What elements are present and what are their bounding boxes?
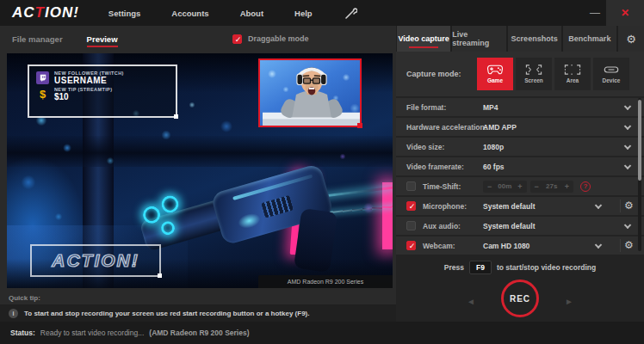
- video-size-row[interactable]: Video size: 1080p: [396, 138, 644, 156]
- action-watermark[interactable]: ACTION!: [30, 244, 161, 277]
- settings-gear-icon[interactable]: ⚙: [618, 26, 644, 52]
- neon-light: [382, 182, 393, 249]
- tab-file-manager[interactable]: File manager: [12, 29, 63, 49]
- menu-settings[interactable]: Settings: [108, 9, 140, 18]
- aux-audio-label: Aux audio:: [423, 222, 461, 230]
- title-bar: ACTION! Settings Accounts About Help — ✕: [0, 0, 644, 26]
- video-size-label: Video size:: [406, 143, 444, 151]
- draggable-mode-label: Draggable mode: [248, 34, 309, 43]
- hotkey-post: to start/stop video recording: [497, 263, 596, 272]
- video-framerate-label: Video framerate:: [406, 163, 464, 171]
- video-framerate-row[interactable]: Video framerate: 60 fps: [396, 157, 644, 175]
- capture-mode-game[interactable]: Game: [477, 58, 513, 90]
- capture-mode-area[interactable]: Area: [554, 58, 591, 90]
- microphone-label: Microphone:: [423, 202, 467, 211]
- status-text: Ready to start video recording...: [40, 329, 144, 337]
- tip-alert: $ NEW TIP (STREAMTIP) $10: [36, 87, 169, 101]
- capture-mode-label: Capture mode:: [406, 70, 477, 78]
- rec-button[interactable]: REC: [501, 280, 539, 317]
- watermark-text: ACTION!: [52, 250, 139, 271]
- microphone-row: Microphone: System default ⚙: [396, 197, 644, 215]
- chevron-down-icon[interactable]: [624, 142, 631, 149]
- logo-part: ION!: [45, 4, 79, 21]
- time-shift-row: Time-Shift: − 00m + − 27s + ?: [396, 177, 644, 195]
- gamepad-icon: [486, 64, 504, 75]
- video-capture-panel: Capture mode: Game Screen Area Device: [396, 52, 644, 322]
- wrench-icon[interactable]: [344, 7, 357, 21]
- menu-about[interactable]: About: [240, 9, 263, 18]
- hotkey-pre: Press: [444, 263, 464, 272]
- webcam-gear-icon[interactable]: ⚙: [620, 239, 637, 252]
- status-label: Status:: [10, 329, 35, 337]
- tab-screenshots[interactable]: Screenshots: [508, 26, 561, 52]
- microphone-value: System default: [483, 202, 535, 211]
- gpu-label: AMD Radeon R9 200 Series: [258, 275, 393, 288]
- hardware-acceleration-row[interactable]: Hardware acceleration: AMD APP: [396, 118, 644, 136]
- menu-help[interactable]: Help: [294, 9, 313, 18]
- chevron-down-icon[interactable]: [595, 241, 602, 248]
- scrollbar-thumb[interactable]: [638, 100, 641, 181]
- file-format-row[interactable]: File format: MP4: [396, 98, 644, 116]
- capture-mode-device[interactable]: Device: [593, 58, 629, 90]
- plus-button[interactable]: +: [565, 182, 569, 191]
- draggable-mode-checkbox[interactable]: [232, 34, 242, 44]
- aux-audio-row: Aux audio: System default: [396, 217, 644, 235]
- close-button[interactable]: ✕: [606, 0, 644, 26]
- draggable-mode-toggle[interactable]: Draggable mode: [232, 26, 396, 52]
- prev-arrow-icon[interactable]: ◄: [467, 297, 475, 306]
- webcam-feed: [260, 60, 360, 126]
- aux-audio-checkbox[interactable]: [406, 221, 416, 230]
- time-shift-checkbox[interactable]: [406, 181, 416, 191]
- time-shift-minutes-value: 00m: [496, 182, 513, 190]
- chevron-down-icon[interactable]: [595, 201, 602, 208]
- plus-button[interactable]: +: [517, 182, 522, 191]
- quick-tip-text: To start and stop recording your screen …: [24, 310, 309, 317]
- chevron-down-icon[interactable]: [624, 102, 631, 109]
- preview-area: NEW FOLLOWER (TWITCH) USERNAME $ NEW TIP…: [0, 52, 396, 322]
- panel-scrollbar[interactable]: [638, 98, 641, 251]
- file-format-value: MP4: [483, 103, 498, 112]
- stream-alerts-overlay[interactable]: NEW FOLLOWER (TWITCH) USERNAME $ NEW TIP…: [28, 64, 177, 118]
- preview-tabs: File manager Preview: [0, 26, 232, 52]
- follower-name: USERNAME: [54, 76, 124, 85]
- chevron-down-icon[interactable]: [624, 221, 631, 228]
- twitch-icon: [36, 71, 49, 84]
- webcam-checkbox[interactable]: [406, 241, 416, 250]
- webcam-resize-handle[interactable]: [357, 123, 362, 128]
- capture-mode-screen[interactable]: Screen: [516, 58, 552, 90]
- quick-tip-row: i To start and stop recording your scree…: [0, 304, 396, 322]
- chevron-down-icon[interactable]: [624, 162, 631, 169]
- microphone-checkbox[interactable]: [406, 201, 416, 211]
- watermark-resize-handle[interactable]: [158, 273, 162, 278]
- logo-part-red: T: [35, 4, 45, 21]
- action-app-window: ACTION! Settings Accounts About Help — ✕…: [0, 0, 644, 344]
- chevron-down-icon[interactable]: [624, 122, 631, 129]
- time-shift-minutes: − 00m +: [483, 181, 527, 193]
- minus-button[interactable]: −: [487, 182, 492, 191]
- microphone-gear-icon[interactable]: ⚙: [620, 200, 637, 212]
- overlay-resize-handle[interactable]: [174, 114, 178, 119]
- video-framerate-value: 60 fps: [483, 163, 505, 171]
- tab-preview[interactable]: Preview: [87, 29, 118, 49]
- tab-benchmark[interactable]: Benchmark: [563, 26, 616, 52]
- sub-bar: File manager Preview Draggable mode Vide…: [0, 26, 644, 52]
- hotkey-key: F9: [469, 261, 492, 274]
- tab-video-capture[interactable]: Video capture: [397, 26, 450, 52]
- help-icon[interactable]: ?: [580, 181, 591, 192]
- webcam-row: Webcam: Cam HD 1080 ⚙: [396, 236, 644, 255]
- app-logo: ACTION!: [12, 4, 79, 22]
- aux-audio-value: System default: [483, 222, 535, 230]
- time-shift-seconds-value: 27s: [543, 182, 560, 190]
- tab-live-streaming[interactable]: Live streaming: [452, 26, 505, 52]
- status-bar: Status: Ready to start video recording..…: [0, 322, 644, 344]
- screen-icon: [525, 64, 542, 75]
- menu-accounts[interactable]: Accounts: [171, 9, 208, 18]
- webcam-overlay[interactable]: [258, 58, 362, 127]
- next-arrow-icon[interactable]: ►: [565, 297, 573, 306]
- record-area: ◄ REC ►: [396, 279, 644, 322]
- minus-button[interactable]: −: [535, 182, 539, 191]
- status-gpu: (AMD Radeon R9 200 Series): [149, 329, 249, 337]
- webcam-label: Webcam:: [423, 242, 455, 250]
- quick-tip-label: Quick tip:: [9, 294, 40, 302]
- minimize-button[interactable]: —: [584, 7, 606, 19]
